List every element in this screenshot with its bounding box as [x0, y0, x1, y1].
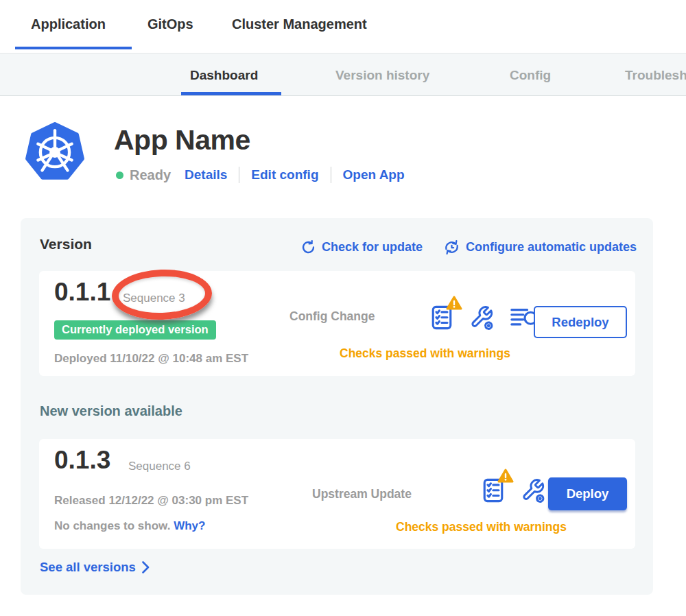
deploy-button[interactable]: Deploy: [548, 477, 627, 510]
preflight-checklist-icon[interactable]: [430, 304, 453, 331]
check-for-update-button[interactable]: Check for update: [300, 239, 423, 255]
current-version-actions: [430, 304, 540, 331]
preflight-result-text[interactable]: Checks passed with warnings: [340, 346, 510, 361]
see-all-versions-label: See all versions: [40, 560, 136, 575]
top-nav-cluster-management[interactable]: Cluster Management: [232, 16, 367, 32]
status-dot-icon: [116, 171, 123, 179]
top-nav-gitops[interactable]: GitOps: [147, 16, 193, 32]
open-app-link[interactable]: Open App: [343, 167, 405, 182]
version-card-title: Version: [40, 236, 92, 252]
why-link[interactable]: Why?: [174, 519, 205, 532]
version-card: Version Check for update Con: [21, 218, 653, 595]
see-all-versions-link[interactable]: See all versions: [40, 560, 150, 575]
new-version-heading: New version available: [40, 403, 182, 419]
version-source-label: Upstream Update: [312, 487, 412, 501]
clock-refresh-icon: [443, 239, 460, 256]
details-link[interactable]: Details: [185, 167, 227, 182]
available-version-row: 0.1.3 Sequence 6 Released 12/12/22 @ 03:…: [39, 439, 635, 549]
edit-config-link[interactable]: Edit config: [251, 167, 318, 182]
tab-config[interactable]: Config: [510, 68, 551, 83]
available-version-actions: [482, 477, 546, 504]
divider: [239, 167, 239, 183]
current-version-number: 0.1.1: [54, 278, 110, 307]
redeploy-button[interactable]: Redeploy: [534, 306, 627, 338]
current-version-row: 0.1.1 Sequence 3 Currently deployed vers…: [39, 271, 635, 376]
update-actions: Check for update Configure automatic upd…: [300, 239, 637, 256]
divider: [331, 167, 331, 183]
available-version-number: 0.1.3: [54, 446, 110, 475]
available-version-sequence: Sequence 6: [128, 460, 191, 473]
tab-active-underline: [181, 92, 281, 95]
kubernetes-logo: [25, 121, 85, 183]
app-tab-bar: Dashboard Version history Config Trouble…: [0, 53, 686, 96]
version-source-label: Config Change: [289, 309, 375, 324]
warning-triangle-icon: [497, 469, 514, 483]
configure-automatic-updates-label: Configure automatic updates: [466, 240, 637, 254]
no-changes-text: No changes to show.: [54, 519, 170, 532]
configure-automatic-updates-button[interactable]: Configure automatic updates: [443, 239, 637, 256]
current-version-sequence: Sequence 3: [123, 292, 185, 305]
top-nav-active-underline: [15, 47, 132, 49]
wrench-gear-icon[interactable]: [520, 477, 546, 504]
preflight-result-text[interactable]: Checks passed with warnings: [396, 520, 567, 534]
released-timestamp: Released 12/12/22 @ 03:30 pm EST: [54, 494, 248, 508]
chevron-right-icon: [142, 561, 150, 573]
status-badge: Ready: [130, 167, 171, 183]
app-status-row: Ready Details Edit config Open App: [116, 167, 405, 183]
refresh-icon: [300, 239, 316, 255]
deployed-timestamp: Deployed 11/10/22 @ 10:48 am EST: [54, 352, 248, 366]
tab-dashboard[interactable]: Dashboard: [190, 68, 258, 83]
warning-triangle-icon: [446, 296, 462, 310]
preflight-checklist-icon[interactable]: [482, 477, 505, 504]
check-for-update-label: Check for update: [322, 240, 423, 254]
tab-version-history[interactable]: Version history: [335, 68, 429, 83]
top-nav: Application GitOps Cluster Management: [0, 0, 686, 53]
page-title: App Name: [114, 124, 250, 156]
wrench-gear-icon[interactable]: [469, 304, 495, 331]
currently-deployed-badge: Currently deployed version: [54, 320, 216, 340]
no-changes-line: No changes to show. Why?: [54, 519, 205, 533]
tab-troubleshoot[interactable]: Troubleshoot: [625, 68, 686, 83]
top-nav-application[interactable]: Application: [31, 16, 106, 32]
